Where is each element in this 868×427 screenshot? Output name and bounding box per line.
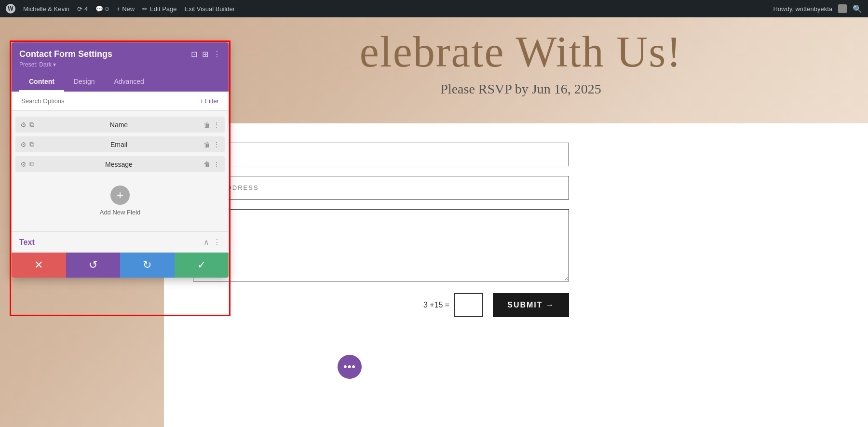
field-right-icons-email: 🗑 ⋮: [203, 141, 220, 148]
form-footer: 3 +15 = SUBMIT →: [193, 293, 569, 317]
text-section-chevron-icon[interactable]: ∧: [203, 238, 209, 247]
name-field-wrapper: [193, 143, 839, 166]
field-message-label: Message: [38, 160, 200, 168]
comments-count[interactable]: 💬 0: [95, 5, 108, 13]
field-more-icon-email[interactable]: ⋮: [213, 141, 220, 148]
field-copy-icon-email[interactable]: ⧉: [29, 140, 34, 148]
filter-button[interactable]: + Filter: [196, 93, 223, 108]
wp-logo[interactable]: W: [6, 4, 15, 13]
fields-area: ⚙ ⧉ Name 🗑 ⋮ ⚙ ⧉ Email: [12, 111, 229, 231]
exit-visual-builder-link[interactable]: Exit Visual Builder: [185, 5, 235, 13]
panel-footer: ✕ ↺ ↻ ✓: [12, 253, 229, 278]
tab-content[interactable]: Content: [19, 73, 64, 92]
more-options-icon[interactable]: ⋮: [213, 50, 221, 59]
captcha-label: 3 +15 =: [423, 301, 449, 309]
comments-icon: 💬: [95, 5, 103, 13]
text-section-more-icon[interactable]: ⋮: [213, 238, 221, 247]
field-settings-icon-message[interactable]: ⚙: [20, 160, 27, 168]
cancel-button[interactable]: ✕: [12, 253, 66, 278]
form-area: 3 +15 = SUBMIT →: [164, 123, 868, 427]
panel-header: Contact Form Settings ⊡ ⊞ ⋮ Preset: Dark…: [12, 42, 229, 92]
tab-advanced[interactable]: Advanced: [104, 73, 153, 92]
admin-bar: W Michelle & Kevin ⟳ 4 💬 0 + New ✏ Edit …: [0, 0, 868, 17]
field-more-icon-name[interactable]: ⋮: [213, 121, 220, 129]
layout-icon[interactable]: ⊞: [202, 50, 208, 59]
field-name-label: Name: [38, 121, 200, 129]
field-settings-icon-name[interactable]: ⚙: [20, 121, 27, 129]
panel-header-icons: ⊡ ⊞ ⋮: [191, 50, 221, 59]
text-section-icons: ∧ ⋮: [203, 238, 221, 247]
message-input[interactable]: [193, 209, 569, 281]
search-icon[interactable]: 🔍: [853, 4, 862, 13]
redo-button[interactable]: ↻: [120, 253, 175, 278]
tab-design[interactable]: Design: [64, 73, 105, 92]
field-right-icons-name: 🗑 ⋮: [203, 121, 220, 129]
panel-title: Contact Form Settings: [19, 49, 112, 59]
captcha-input[interactable]: [454, 293, 483, 317]
field-copy-icon-name[interactable]: ⧉: [29, 120, 34, 129]
field-copy-icon-message[interactable]: ⧉: [29, 160, 34, 168]
field-left-icons-name: ⚙ ⧉: [20, 120, 34, 129]
search-options-input[interactable]: [17, 92, 196, 110]
page-wrapper: elebrate With Us! Please RSVP by Jun 16,…: [0, 17, 868, 427]
add-field-area: + Add New Field: [15, 176, 225, 226]
floating-dots-button[interactable]: •••: [338, 355, 362, 379]
field-more-icon-message[interactable]: ⋮: [213, 160, 220, 168]
howdy-text: Howdy, writtenbyekta: [773, 5, 832, 13]
plus-icon: +: [117, 5, 121, 13]
save-button[interactable]: ✓: [175, 253, 229, 278]
field-left-icons-email: ⚙ ⧉: [20, 140, 34, 148]
panel-search-bar: + Filter: [12, 92, 229, 111]
panel-title-row: Contact Form Settings ⊡ ⊞ ⋮: [19, 49, 221, 59]
new-menu[interactable]: + New: [117, 5, 135, 13]
pencil-icon: ✏: [142, 5, 148, 13]
undo-button[interactable]: ↺: [66, 253, 121, 278]
add-field-button[interactable]: +: [110, 186, 130, 205]
site-name[interactable]: Michelle & Kevin: [23, 5, 69, 13]
panel-tabs: Content Design Advanced: [19, 73, 221, 92]
text-section: Text ∧ ⋮: [12, 231, 229, 253]
field-trash-icon-message[interactable]: 🗑: [203, 160, 210, 168]
panel-preset[interactable]: Preset: Dark ▾: [19, 61, 221, 68]
panel-body: + Filter ⚙ ⧉ Name 🗑 ⋮: [12, 92, 229, 253]
field-email-label: Email: [38, 141, 200, 148]
field-trash-icon-email[interactable]: 🗑: [203, 141, 210, 148]
edit-page-link[interactable]: ✏ Edit Page: [142, 5, 176, 13]
updates-icon: ⟳: [77, 5, 82, 13]
settings-panel: Contact Form Settings ⊡ ⊞ ⋮ Preset: Dark…: [12, 42, 229, 278]
text-section-label: Text: [19, 238, 35, 247]
field-right-icons-message: 🗑 ⋮: [203, 160, 220, 168]
field-left-icons-message: ⚙ ⧉: [20, 160, 34, 168]
hero-heading: elebrate With Us!: [174, 27, 868, 77]
add-field-label: Add New Field: [100, 209, 141, 216]
field-settings-icon-email[interactable]: ⚙: [20, 141, 27, 148]
admin-bar-right: Howdy, writtenbyekta 🔍: [773, 4, 862, 13]
name-input[interactable]: [193, 143, 569, 166]
admin-bar-left: W Michelle & Kevin ⟳ 4 💬 0 + New ✏ Edit …: [6, 4, 765, 13]
message-field-wrapper: [193, 209, 839, 283]
updates-count[interactable]: ⟳ 4: [77, 5, 88, 13]
minimize-icon[interactable]: ⊡: [191, 50, 197, 59]
field-row-message: ⚙ ⧉ Message 🗑 ⋮: [15, 156, 225, 172]
email-input[interactable]: [193, 176, 569, 200]
field-row-name: ⚙ ⧉ Name 🗑 ⋮: [15, 117, 225, 133]
email-field-wrapper: [193, 176, 839, 200]
hero-subheading: Please RSVP by Jun 16, 2025: [174, 81, 868, 97]
submit-button[interactable]: SUBMIT →: [493, 293, 569, 317]
field-trash-icon-name[interactable]: 🗑: [203, 121, 210, 129]
captcha-area: 3 +15 =: [423, 293, 483, 317]
field-row-email: ⚙ ⧉ Email 🗑 ⋮: [15, 136, 225, 152]
hero-section: elebrate With Us! Please RSVP by Jun 16,…: [174, 27, 868, 97]
user-avatar[interactable]: [838, 4, 847, 13]
